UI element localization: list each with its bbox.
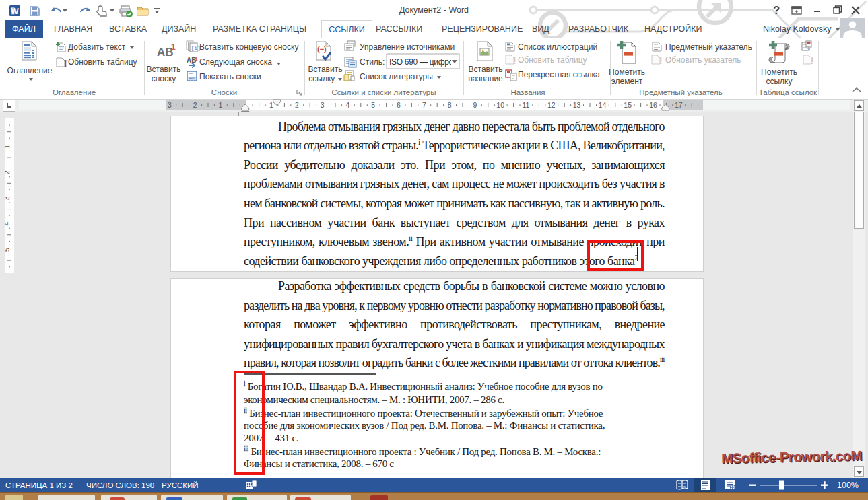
svg-text:4: 4 [345, 101, 349, 109]
svg-text:!: ! [64, 58, 67, 69]
svg-text:!: ! [513, 55, 516, 66]
svg-text:6: 6 [5, 273, 11, 273]
svg-text:?: ? [773, 4, 780, 17]
svg-text:6: 6 [397, 101, 401, 109]
svg-text:5: 5 [5, 248, 11, 252]
svg-text:13: 13 [573, 101, 581, 109]
svg-text:12: 12 [547, 101, 556, 109]
svg-text:3: 3 [5, 196, 11, 200]
svg-text:1: 1 [171, 42, 176, 52]
svg-text:7: 7 [422, 101, 426, 109]
svg-text:!: ! [811, 55, 814, 66]
svg-text:3: 3 [168, 101, 172, 109]
svg-text:1: 1 [5, 145, 11, 149]
svg-text:14: 14 [599, 101, 607, 109]
svg-text:(−): (−) [317, 45, 327, 53]
svg-text:2: 2 [295, 101, 299, 109]
svg-text:16: 16 [649, 101, 657, 109]
svg-text:1: 1 [269, 101, 273, 109]
svg-text:1: 1 [218, 101, 222, 109]
svg-text:5: 5 [371, 101, 375, 109]
svg-text:1: 1 [195, 56, 198, 62]
svg-text:4: 4 [5, 222, 11, 226]
svg-text:2: 2 [193, 101, 197, 109]
svg-text:15: 15 [624, 101, 632, 109]
svg-text:10: 10 [496, 101, 504, 109]
svg-text:17: 17 [675, 101, 683, 109]
svg-text:3: 3 [321, 101, 325, 109]
svg-text:9: 9 [473, 101, 477, 109]
svg-text:8: 8 [448, 101, 452, 109]
svg-text:2: 2 [5, 170, 11, 174]
svg-text:!: ! [659, 55, 663, 66]
svg-text:11: 11 [523, 101, 530, 109]
